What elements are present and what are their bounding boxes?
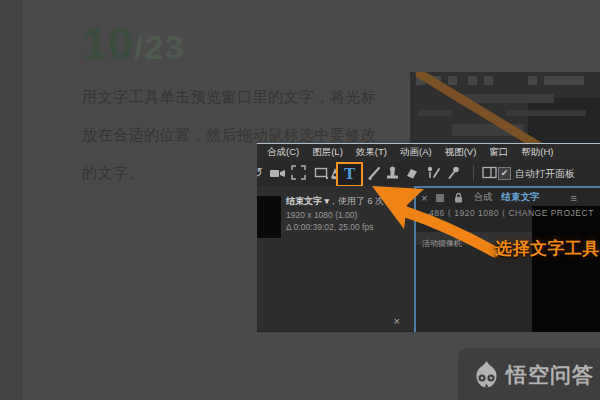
panel-menu-icon[interactable]: ≡ xyxy=(570,192,576,204)
pan-zoom-tool-icon[interactable] xyxy=(291,165,306,181)
project-item-usage: ，使用了 6 次 xyxy=(329,196,384,206)
step-number: 10 xyxy=(82,18,134,69)
rect-tool-icon[interactable] xyxy=(314,165,329,181)
composition-viewport xyxy=(532,206,600,332)
roto-brush-tool-icon[interactable] xyxy=(425,165,441,181)
menu-composition[interactable]: 合成(C) xyxy=(267,146,299,159)
menu-window[interactable]: 窗口 xyxy=(489,146,508,159)
project-item-dimensions: 1920 x 1080 (1.00) xyxy=(286,210,384,220)
menu-effect[interactable]: 效果(T) xyxy=(356,146,387,159)
auto-open-panel-checkbox[interactable]: ✔ xyxy=(498,167,511,180)
tab-composition[interactable]: 合成 xyxy=(473,191,492,204)
eraser-tool-icon[interactable] xyxy=(403,165,419,181)
annotation-label: 选择文字工具 xyxy=(495,237,600,260)
panel-square-icon xyxy=(436,194,444,202)
toolbar-separator xyxy=(473,165,474,181)
active-camera-label: 活动摄像机 xyxy=(422,237,462,250)
step-total: /23 xyxy=(134,28,184,66)
tutorial-page: 10/23 用文字工具单击预览窗口里的文字，将光标 放在合适的位置，然后拖动鼠标… xyxy=(0,0,600,400)
project-panel: 结束文字 ▾，使用了 6 次 1920 x 1080 (1.00) Δ 0:00… xyxy=(257,186,414,332)
wukong-monkey-icon xyxy=(472,360,501,390)
dim-arrow-icon xyxy=(410,72,600,143)
menu-view[interactable]: 视图(V) xyxy=(445,146,477,159)
camera-tool-icon[interactable] xyxy=(269,165,286,181)
workspace-icon[interactable] xyxy=(482,165,497,181)
project-item-name: 结束文字 xyxy=(286,196,322,206)
dimmed-screenshot-fragment xyxy=(410,72,600,143)
close-icon[interactable]: × xyxy=(421,192,427,204)
project-item-info: 结束文字 ▾，使用了 6 次 1920 x 1080 (1.00) Δ 0:00… xyxy=(286,195,384,232)
watermark-brand: 悟空问答 xyxy=(506,361,594,389)
lock-icon[interactable] xyxy=(453,192,464,204)
project-search-row[interactable]: × xyxy=(257,313,414,332)
menu-help[interactable]: 帮助(H) xyxy=(521,146,553,159)
menu-animation[interactable]: 动画(A) xyxy=(400,146,432,159)
ae-menubar: 合成(C) 图层(L) 效果(T) 动画(A) 视图(V) 窗口 帮助(H) xyxy=(257,143,600,161)
stamp-tool-icon[interactable] xyxy=(385,165,400,181)
left-rail xyxy=(0,0,22,400)
auto-open-panel-label: 自动打开面板 xyxy=(515,167,575,181)
puppet-pin-tool-icon[interactable] xyxy=(446,165,461,181)
project-thumbnail xyxy=(257,196,281,238)
text-tool-icon[interactable]: T xyxy=(344,165,355,183)
clear-search-icon[interactable]: × xyxy=(394,315,400,327)
watermark: 悟空问答 xyxy=(472,360,594,390)
brush-tool-icon[interactable] xyxy=(367,165,382,181)
rotate-tool-icon[interactable]: ↺ xyxy=(257,165,263,181)
paragraph-line: 用文字工具单击预览窗口里的文字，将光标 xyxy=(82,78,382,116)
text-tool-highlight[interactable]: T xyxy=(336,162,363,187)
project-item-duration: Δ 0:00:39:02, 25.00 fps xyxy=(286,222,384,232)
composition-info-row: 486 ⟨ 1920 1080 ⟨ CHANGE PROJECT xyxy=(429,208,599,218)
composition-tab-row: × 合成 结束文字 ≡ xyxy=(416,189,600,206)
ae-toolbar: ↺ T xyxy=(257,161,600,187)
step-counter: 10/23 xyxy=(82,18,184,70)
menu-layer[interactable]: 图层(L) xyxy=(312,146,343,159)
tab-active-composition[interactable]: 结束文字 xyxy=(501,191,539,204)
